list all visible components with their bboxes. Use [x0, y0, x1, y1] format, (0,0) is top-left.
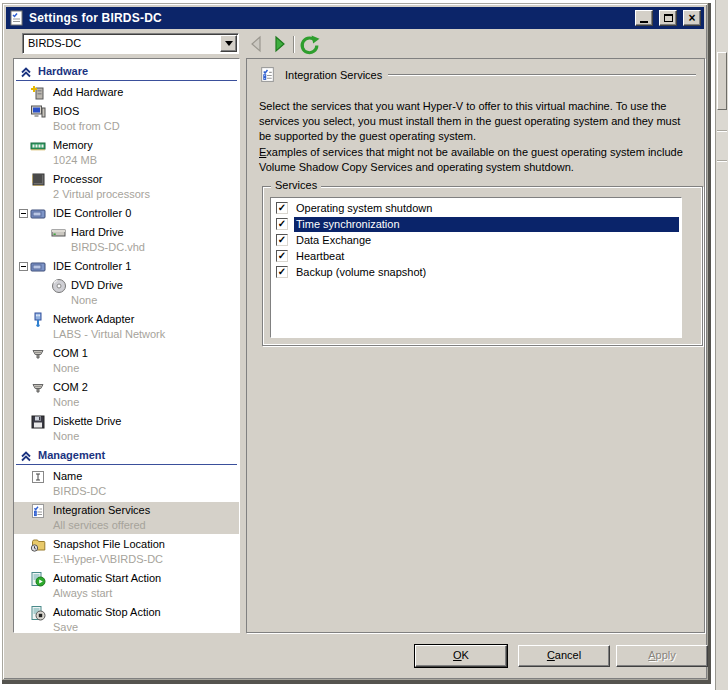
sidebar-item-sublabel: Boot from CD: [53, 119, 237, 134]
sidebar-item-sublabel: BIRDS-DC: [53, 484, 237, 499]
sidebar-item-sublabel: None: [53, 395, 237, 410]
sidebar-item-add-hardware[interactable]: Add Hardware: [14, 84, 239, 101]
collapse-chevron-icon: [20, 66, 32, 78]
vm-selector-dropdown-button[interactable]: [220, 35, 237, 52]
pane-header: Integration Services: [259, 66, 696, 83]
section-label: Hardware: [38, 65, 88, 77]
service-row-backup-volume-snapshot[interactable]: ✓ Backup (volume snapshot): [271, 264, 681, 280]
section-label: Management: [38, 449, 105, 461]
close-button[interactable]: ×: [683, 10, 701, 26]
checkbox-checked[interactable]: ✓: [276, 202, 288, 214]
sidebar-item-sublabel: Always start: [53, 586, 237, 601]
sidebar-item-automatic-stop-action[interactable]: Automatic Stop Action Save: [14, 604, 239, 633]
settings-tree[interactable]: Hardware Add Hardware BIOS Boot from CD …: [13, 58, 240, 633]
sidebar-item-diskette-drive[interactable]: Diskette Drive None: [14, 413, 239, 445]
com-port-icon: [30, 346, 46, 362]
settings-detail-pane: Integration Services Select the services…: [246, 58, 705, 633]
minimize-button[interactable]: [635, 10, 653, 26]
back-arrow-icon: [248, 35, 266, 53]
sidebar-item-label: Hard Drive: [71, 225, 237, 240]
sidebar-item-sublabel: BIRDS-DC.vhd: [71, 240, 237, 255]
dvd-drive-icon: [51, 278, 67, 294]
service-label: Data Exchange: [294, 233, 679, 248]
sidebar-item-com-2[interactable]: COM 2 None: [14, 379, 239, 411]
auto-start-icon: [30, 571, 46, 587]
sidebar-item-label: Diskette Drive: [53, 414, 237, 429]
description-paragraph-1: Select the services that you want Hyper-…: [259, 99, 692, 144]
sidebar-item-sublabel: LABS - Virtual Network: [53, 327, 237, 342]
service-row-operating-system-shutdown[interactable]: ✓ Operating system shutdown: [271, 200, 681, 216]
checkbox-checked[interactable]: ✓: [276, 250, 288, 262]
close-icon: ×: [688, 13, 695, 23]
sidebar-item-automatic-start-action[interactable]: Automatic Start Action Always start: [14, 570, 239, 602]
sidebar-item-label: IDE Controller 0: [53, 206, 237, 221]
apply-button[interactable]: Apply: [616, 645, 708, 667]
sidebar-item-bios[interactable]: BIOS Boot from CD: [14, 103, 239, 135]
network-adapter-icon: [30, 312, 46, 328]
sidebar-item-processor[interactable]: Processor 2 Virtual processors: [14, 171, 239, 203]
refresh-button[interactable]: [299, 35, 320, 56]
processor-icon: [30, 172, 46, 188]
section-header-management[interactable]: Management: [16, 447, 237, 465]
sidebar-item-label: Name: [53, 469, 237, 484]
service-row-data-exchange[interactable]: ✓ Data Exchange: [271, 232, 681, 248]
window-title: Settings for BIRDS-DC: [29, 11, 629, 25]
sidebar-item-label: Memory: [53, 138, 237, 153]
settings-dialog: Settings for BIRDS-DC × BIRDS-DC Hardwar…: [2, 3, 708, 680]
check-icon: ✓: [278, 251, 286, 261]
vm-selector[interactable]: BIRDS-DC: [22, 33, 239, 54]
sidebar-item-label: Network Adapter: [53, 312, 237, 327]
sidebar-item-label: COM 1: [53, 346, 237, 361]
service-row-heartbeat[interactable]: ✓ Heartbeat: [271, 248, 681, 264]
check-icon: ✓: [278, 219, 286, 229]
sidebar-item-sublabel: None: [53, 429, 237, 444]
page-scrollbar[interactable]: [715, 0, 728, 690]
sidebar-item-network-adapter[interactable]: Network Adapter LABS - Virtual Network: [14, 311, 239, 343]
services-groupbox: Services ✓ Operating system shutdown ✓ T…: [262, 186, 703, 346]
maximize-button[interactable]: [659, 10, 677, 26]
scrollbar-thumb[interactable]: [717, 52, 727, 110]
check-icon: ✓: [278, 235, 286, 245]
forward-button[interactable]: [270, 35, 288, 53]
checkbox-checked[interactable]: ✓: [276, 218, 288, 230]
sidebar-item-sublabel: Save: [53, 620, 237, 633]
check-icon: ✓: [278, 267, 286, 277]
service-label: Heartbeat: [294, 249, 679, 264]
section-header-hardware[interactable]: Hardware: [16, 63, 237, 81]
auto-stop-icon: [30, 605, 46, 621]
services-listbox[interactable]: ✓ Operating system shutdown ✓ Time synch…: [270, 197, 682, 338]
services-group-label: Services: [271, 179, 321, 191]
maximize-icon: [664, 14, 673, 22]
sidebar-item-label: Automatic Start Action: [53, 571, 237, 586]
integration-services-icon: [30, 503, 46, 519]
refresh-icon: [299, 35, 320, 56]
back-button[interactable]: [248, 35, 266, 53]
sidebar-item-ide-controller-0[interactable]: IDE Controller 0: [14, 205, 239, 222]
collapse-expander[interactable]: [19, 262, 28, 271]
titlebar[interactable]: Settings for BIRDS-DC ×: [6, 7, 704, 29]
service-row-time-synchronization[interactable]: ✓ Time synchronization: [271, 216, 681, 232]
integration-services-icon: [259, 66, 276, 83]
sidebar-item-label: Automatic Stop Action: [53, 605, 237, 620]
sidebar-item-com-1[interactable]: COM 1 None: [14, 345, 239, 377]
com-port-icon: [30, 380, 46, 396]
bios-icon: [30, 104, 46, 120]
checkbox-checked[interactable]: ✓: [276, 234, 288, 246]
sidebar-item-integration-services[interactable]: Integration Services All services offere…: [14, 502, 239, 534]
sidebar-item-memory[interactable]: Memory 1024 MB: [14, 137, 239, 169]
ide-controller-icon: [30, 206, 46, 222]
sidebar-item-ide-controller-1[interactable]: IDE Controller 1: [14, 258, 239, 275]
collapse-expander[interactable]: [19, 209, 28, 218]
sidebar-item-name[interactable]: Name BIRDS-DC: [14, 468, 239, 500]
sidebar-item-hard-drive[interactable]: Hard Drive BIRDS-DC.vhd: [14, 224, 239, 256]
ok-button[interactable]: OK: [415, 645, 507, 667]
cancel-button[interactable]: Cancel: [518, 645, 610, 667]
sidebar-item-label: Processor: [53, 172, 237, 187]
sidebar-item-snapshot-file-location[interactable]: Snapshot File Location E:\Hyper-V\BIRDS-…: [14, 536, 239, 568]
sidebar-item-label: IDE Controller 1: [53, 259, 237, 274]
pane-title: Integration Services: [285, 69, 382, 81]
settings-doc-icon: [9, 10, 25, 26]
checkbox-checked[interactable]: ✓: [276, 266, 288, 278]
sidebar-item-label: BIOS: [53, 104, 237, 119]
sidebar-item-dvd-drive[interactable]: DVD Drive None: [14, 277, 239, 309]
